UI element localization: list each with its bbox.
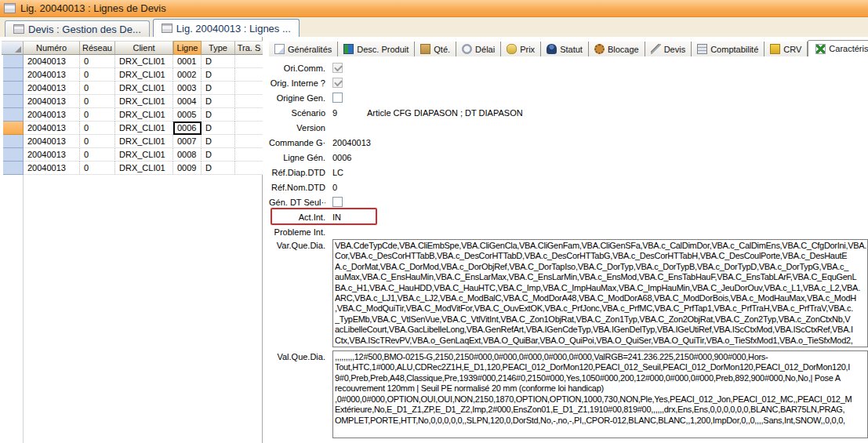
- tab-comptabilite[interactable]: Comptabilité: [692, 42, 764, 56]
- cell-numero[interactable]: 20040013: [24, 68, 80, 82]
- column-header-type[interactable]: Type: [202, 41, 235, 55]
- column-header-tra[interactable]: Tra. S: [235, 41, 263, 55]
- tab-lignes-devis[interactable]: Lig. 20040013 : Lignes ...: [153, 19, 300, 37]
- cell-ligne[interactable]: 0001: [173, 55, 202, 68]
- cell-client[interactable]: DRX_CLI01: [115, 82, 173, 95]
- cell-client[interactable]: DRX_CLI01: [115, 108, 173, 122]
- row-selector[interactable]: [3, 148, 24, 162]
- cell-reseau[interactable]: 0: [80, 148, 115, 162]
- cell-reseau[interactable]: 0: [80, 95, 115, 108]
- row-selector[interactable]: [3, 55, 24, 68]
- row-selector[interactable]: [3, 95, 24, 108]
- cell-ligne[interactable]: 0009: [173, 162, 202, 175]
- cell-client[interactable]: DRX_CLI01: [115, 122, 173, 135]
- gen-dt-seul-checkbox[interactable]: [332, 197, 343, 207]
- tab-generalites[interactable]: Généralités: [269, 42, 338, 56]
- act-int-value[interactable]: IN: [332, 212, 367, 222]
- row-selector[interactable]: [3, 135, 24, 148]
- cell-type[interactable]: D: [202, 108, 235, 122]
- ref-nom-dtd-value[interactable]: 0: [332, 183, 367, 192]
- tab-devis[interactable]: Devis: [645, 42, 692, 56]
- cell-tra[interactable]: [235, 95, 263, 108]
- cell-reseau[interactable]: 0: [80, 108, 115, 122]
- cell-tra[interactable]: [235, 82, 263, 95]
- cell-tra[interactable]: [235, 135, 263, 148]
- ori-comm-checkbox[interactable]: [332, 63, 343, 73]
- column-header-ligne[interactable]: Ligne: [173, 41, 202, 55]
- orig-interne-checkbox[interactable]: [332, 78, 343, 88]
- cell-client[interactable]: DRX_CLI01: [115, 135, 173, 148]
- cell-tra[interactable]: [235, 162, 263, 175]
- cell-numero[interactable]: 20040013: [24, 55, 80, 68]
- commande-gen-value[interactable]: 20040013: [332, 138, 371, 147]
- tab-blocage[interactable]: Blocage: [589, 42, 645, 56]
- tab-delai[interactable]: Délai: [456, 42, 501, 56]
- scenario-value[interactable]: 9: [332, 108, 367, 118]
- cell-numero[interactable]: 20040013: [24, 135, 80, 148]
- tab-devis-gestion[interactable]: Devis : Gestion des De...: [5, 20, 150, 37]
- cell-numero[interactable]: 20040013: [24, 95, 80, 108]
- cell-numero[interactable]: 20040013: [24, 122, 80, 135]
- cell-type[interactable]: D: [202, 122, 235, 135]
- cell-type[interactable]: D: [202, 82, 235, 95]
- row-selector[interactable]: [3, 68, 24, 82]
- tab-caracteristiques[interactable]: Caractéristiques: [808, 40, 868, 56]
- tab-prix[interactable]: Prix: [501, 42, 541, 56]
- cell-numero[interactable]: 20040013: [24, 148, 80, 162]
- window-titlebar[interactable]: Lig. 20040013 : Lignes de Devis: [0, 0, 868, 17]
- cell-client[interactable]: DRX_CLI01: [115, 148, 173, 162]
- text-line: VBA.CdeTypCde,VBA.CliEmbSpe,VBA.CliGenCl…: [335, 241, 867, 251]
- cell-type[interactable]: D: [202, 162, 235, 175]
- tab-label: Délai: [475, 45, 495, 54]
- cell-type[interactable]: D: [202, 148, 235, 162]
- cell-reseau[interactable]: 0: [80, 82, 115, 95]
- var-que-dia-textbox[interactable]: VBA.CdeTypCde,VBA.CliEmbSpe,VBA.CliGenCl…: [332, 239, 868, 347]
- tab-qte[interactable]: Qté.: [415, 42, 456, 56]
- cell-client[interactable]: DRX_CLI01: [115, 95, 173, 108]
- column-header-selector[interactable]: [2, 41, 24, 55]
- cell-ligne[interactable]: 0002: [173, 68, 202, 82]
- cell-reseau[interactable]: 0: [80, 135, 115, 148]
- origine-gen-checkbox[interactable]: [332, 93, 343, 103]
- row-selector[interactable]: [3, 82, 24, 95]
- ref-diap-dtd-value[interactable]: LC: [332, 168, 367, 177]
- cell-tra[interactable]: [235, 148, 263, 162]
- val-que-dia-textbox[interactable]: ,,,,,,,,,12#500,BMO-0215-G,2150,2150#000…: [332, 350, 868, 438]
- cell-numero[interactable]: 20040013: [24, 162, 80, 175]
- cell-reseau[interactable]: 0: [80, 68, 115, 82]
- tab-crv[interactable]: CRV: [764, 42, 808, 56]
- cell-type[interactable]: D: [202, 55, 235, 68]
- column-header-client[interactable]: Client: [115, 41, 173, 55]
- cell-tra[interactable]: [235, 108, 263, 122]
- cell-type[interactable]: D: [202, 95, 235, 108]
- cell-tra[interactable]: [235, 68, 263, 82]
- cell-reseau[interactable]: 0: [80, 55, 115, 68]
- cell-client[interactable]: DRX_CLI01: [115, 55, 173, 68]
- cell-numero[interactable]: 20040013: [24, 82, 80, 95]
- row-selector[interactable]: [3, 162, 24, 175]
- pencil-icon: [651, 44, 661, 54]
- tab-statut[interactable]: Statut: [541, 42, 589, 56]
- cell-numero[interactable]: 20040013: [24, 108, 80, 122]
- ligne-gen-value[interactable]: 0006: [332, 153, 367, 162]
- current-cell-ligne[interactable]: 0006: [173, 122, 202, 135]
- cell-tra[interactable]: [235, 122, 263, 135]
- cell-reseau[interactable]: 0: [80, 122, 115, 135]
- cell-ligne[interactable]: 0007: [173, 135, 202, 148]
- cell-ligne[interactable]: 0008: [173, 148, 202, 162]
- cell-ligne[interactable]: 0004: [173, 95, 202, 108]
- text-line: ,0#000,0#000,OPTION,OUI,OUI,NON,2150,187…: [335, 394, 867, 405]
- column-header-reseau[interactable]: Réseau: [80, 41, 115, 55]
- cell-ligne[interactable]: 0003: [173, 82, 202, 95]
- cell-ligne[interactable]: 0005: [173, 108, 202, 122]
- row-selector[interactable]: [3, 108, 24, 122]
- cell-reseau[interactable]: 0: [80, 162, 115, 175]
- column-header-numero[interactable]: Numéro: [24, 41, 80, 55]
- row-selector-selected[interactable]: [3, 122, 24, 135]
- cell-type[interactable]: D: [202, 68, 235, 82]
- tab-desc-produit[interactable]: Desc. Produit: [338, 42, 415, 56]
- cell-tra[interactable]: [235, 55, 263, 68]
- cell-client[interactable]: DRX_CLI01: [115, 162, 173, 175]
- cell-client[interactable]: DRX_CLI01: [115, 68, 173, 82]
- cell-type[interactable]: D: [202, 135, 235, 148]
